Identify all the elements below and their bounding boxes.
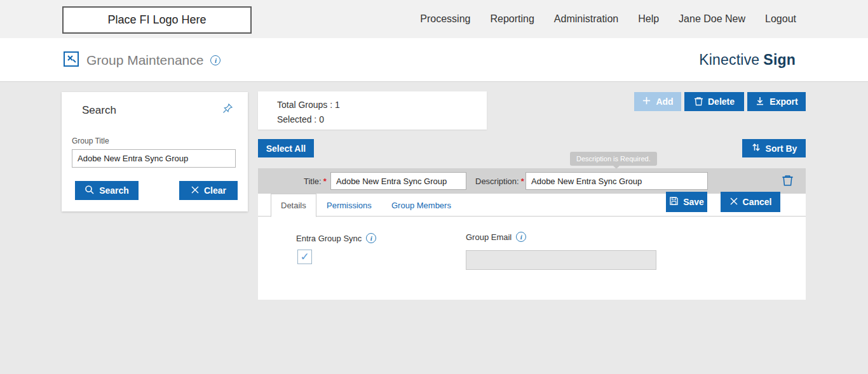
group-email-info-icon[interactable] (516, 232, 526, 242)
plus-icon (642, 96, 651, 107)
clear-x-icon (191, 185, 200, 196)
top-bar: Place FI Logo Here Processing Reporting … (0, 0, 868, 38)
row-delete-trash-icon[interactable] (782, 173, 794, 189)
tab-group-members[interactable]: Group Members (391, 194, 451, 217)
selected-count: Selected : 0 (277, 112, 487, 127)
search-button[interactable]: Search (75, 181, 139, 200)
entra-sync-info-icon[interactable] (366, 233, 376, 243)
summary-box: Total Groups : 1 Selected : 0 (258, 91, 487, 130)
title-label: Title:* (304, 177, 327, 186)
brand-first: Kinective (699, 51, 759, 69)
entra-group-sync-label: Entra Group Sync (296, 233, 376, 243)
tab-permissions-label: Permissions (327, 201, 372, 210)
tab-details-label: Details (281, 201, 306, 210)
save-button-label: Save (683, 197, 704, 207)
clear-button[interactable]: Clear (179, 181, 238, 200)
export-button-label: Export (770, 97, 797, 107)
description-label-text: Description: (475, 177, 519, 186)
export-button[interactable]: Export (747, 92, 806, 111)
tab-permissions[interactable]: Permissions (327, 194, 372, 217)
search-icon (85, 185, 95, 197)
nav-user-name[interactable]: Jane Doe New (679, 13, 745, 25)
title-label-text: Title: (304, 177, 322, 186)
description-input[interactable] (526, 172, 708, 190)
page-info-icon[interactable] (210, 55, 220, 65)
search-panel: Search Group Title Search Clear (62, 92, 248, 211)
add-button-label: Add (656, 97, 673, 107)
entra-group-sync-label-text: Entra Group Sync (296, 234, 362, 243)
select-all-button[interactable]: Select All (258, 139, 314, 157)
nav-logout[interactable]: Logout (765, 13, 796, 25)
group-email-input (466, 250, 656, 270)
search-panel-title: Search (82, 104, 116, 117)
page-header: Group Maintenance Kinective Sign (0, 38, 868, 82)
sort-by-label: Sort By (766, 144, 797, 154)
tooltip-text: Description is Required. (576, 155, 651, 163)
cancel-x-icon (729, 197, 738, 208)
entra-group-sync-checkbox[interactable]: ✓ (297, 250, 312, 264)
brand-second: Sign (763, 51, 796, 69)
group-email-label-text: Group Email (466, 232, 512, 242)
nav-reporting[interactable]: Reporting (490, 13, 534, 25)
delete-button[interactable]: Delete (684, 92, 744, 111)
title-input[interactable] (330, 172, 466, 190)
pin-icon[interactable] (221, 102, 234, 117)
tab-group-members-label: Group Members (391, 201, 451, 210)
group-detail-panel: Details Permissions Group Members Save (258, 194, 806, 300)
total-groups-count: Total Groups : 1 (277, 98, 487, 112)
group-title-label: Group Title (72, 137, 109, 145)
description-required-tooltip: Description is Required. (570, 152, 657, 166)
delete-button-label: Delete (708, 97, 735, 107)
search-button-label: Search (99, 185, 129, 196)
cancel-button[interactable]: Cancel (721, 192, 780, 212)
add-button[interactable]: Add (634, 92, 681, 111)
fi-logo-text: Place FI Logo Here (107, 13, 206, 27)
group-edit-row: Title:* Description:* (258, 168, 806, 194)
checkbox-check-icon: ✓ (300, 250, 309, 264)
tab-details[interactable]: Details (271, 194, 316, 217)
sort-arrows-icon (751, 142, 761, 154)
required-asterisk: * (323, 177, 327, 186)
nav-help[interactable]: Help (638, 13, 659, 25)
sort-by-button[interactable]: Sort By (742, 139, 806, 157)
group-title-input[interactable] (72, 149, 236, 168)
download-icon (755, 96, 765, 108)
nav-processing[interactable]: Processing (420, 13, 470, 25)
nav-administration[interactable]: Administration (554, 13, 618, 25)
save-floppy-icon (669, 196, 679, 208)
save-button[interactable]: Save (666, 192, 707, 212)
page-title-group: Group Maintenance (63, 38, 220, 82)
cancel-button-label: Cancel (743, 197, 772, 207)
brand-logo: Kinective Sign (699, 38, 796, 82)
group-email-label: Group Email (466, 232, 526, 242)
select-all-label: Select All (266, 144, 306, 154)
description-label: Description:* (475, 177, 524, 186)
trash-icon (694, 96, 703, 108)
group-maintenance-icon (63, 51, 79, 70)
fi-logo-placeholder: Place FI Logo Here (62, 6, 252, 34)
page-title: Group Maintenance (86, 53, 203, 68)
top-nav: Processing Reporting Administration Help… (420, 0, 796, 38)
tab-bar: Details Permissions Group Members Save (258, 194, 806, 217)
required-asterisk: * (521, 177, 524, 186)
clear-button-label: Clear (204, 185, 226, 196)
